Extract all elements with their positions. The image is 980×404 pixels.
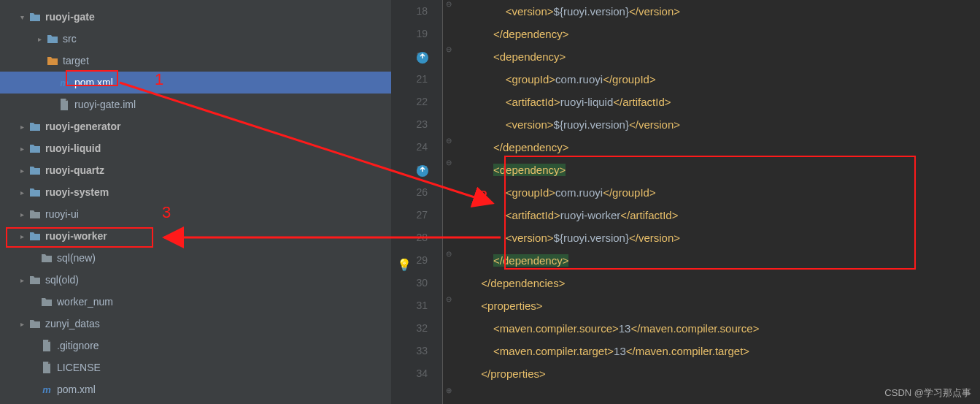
tree-item[interactable]: ▸ruoyi-worker (0, 225, 391, 247)
code-line[interactable]: </dependency> (457, 23, 980, 45)
fold-toggle-icon[interactable]: ⊖ (444, 45, 453, 53)
code-line[interactable]: </dependencies> (457, 272, 980, 294)
code-line[interactable]: <groupId>com.ruoyi</groupId> (457, 68, 980, 91)
tree-item-label: ruoyi-system (45, 186, 109, 198)
chevron-right-icon[interactable]: ▸ (16, 274, 28, 286)
code-line[interactable]: <artifactId>ruoyi-worker</artifactId> (457, 204, 980, 226)
tree-item-label: pom.xml (74, 77, 113, 88)
tree-item-label: .gitignore (57, 340, 99, 351)
chevron-down-icon[interactable]: ▾ (16, 11, 28, 23)
code-line[interactable]: <maven.compiler.target>13</maven.compile… (457, 340, 980, 362)
fold-toggle-icon[interactable]: ⊖ (444, 137, 453, 145)
code-editor: 181920212223242526272829💡3031323334 ⊖⊖⊖⊖… (391, 0, 980, 404)
folder-icon (29, 318, 41, 329)
tree-item[interactable]: ▸ruoyi-quartz (0, 159, 391, 181)
tree-item[interactable]: ruoyi-gate.iml (0, 94, 391, 115)
tree-item-label: LICENSE (57, 362, 101, 373)
code-line[interactable]: <maven.compiler.source>13</maven.compile… (457, 317, 980, 340)
code-line[interactable]: </dependency> (457, 136, 980, 159)
tree-item-label: zunyi_datas (45, 318, 100, 329)
fold-toggle-icon[interactable]: ⊖ (444, 159, 453, 167)
maven-icon: m (58, 77, 70, 88)
folder-icon (47, 33, 58, 45)
code-line[interactable]: </dependency> (457, 249, 980, 272)
tree-item[interactable]: .gitignore (0, 335, 391, 357)
fold-toggle-icon[interactable]: ⊖ (444, 250, 453, 258)
code-line[interactable]: <dependency> (457, 159, 980, 181)
tree-item-label: sql(new) (57, 252, 96, 264)
tree-item-label: pom.xml (57, 384, 96, 395)
tree-item-label: ruoyi-quartz (45, 164, 104, 176)
file-icon (41, 362, 53, 373)
project-tree[interactable]: ▾ruoyi-gate▸srctargetmpom.xmlruoyi-gate.… (0, 0, 391, 404)
tree-item-label: ruoyi-generator (45, 121, 120, 132)
chevron-right-icon[interactable]: ▸ (34, 33, 45, 45)
folder-icon (29, 11, 41, 23)
fold-column[interactable]: ⊖⊖⊖⊖⊖⊖⊕ (442, 0, 457, 404)
chevron-right-icon[interactable]: ▸ (16, 142, 28, 154)
code-line[interactable]: <properties> (457, 294, 980, 317)
code-line[interactable]: <dependency> (457, 45, 980, 68)
tree-item-label: src (63, 33, 77, 45)
folder-icon (29, 186, 41, 198)
tree-item[interactable]: ▸zunyi_datas (0, 313, 391, 335)
maven-icon: m (41, 384, 53, 395)
line-gutter: 181920212223242526272829💡3031323334 (391, 0, 442, 404)
chevron-right-icon[interactable]: ▸ (16, 208, 28, 220)
folder-icon (29, 274, 41, 286)
tree-item-label: ruoyi-ui (45, 208, 79, 220)
tree-item-label: target (63, 55, 89, 66)
file-icon (58, 99, 70, 110)
chevron-right-icon[interactable]: ▸ (16, 121, 28, 132)
code-line[interactable]: <version>${ruoyi.version}</version> (457, 113, 980, 136)
tree-item[interactable]: mpom.xml (0, 72, 391, 94)
folder-icon (41, 252, 53, 264)
chevron-right-icon[interactable]: ▸ (16, 164, 28, 176)
tree-item-label: ruoyi-worker (45, 230, 107, 242)
folder-icon (29, 142, 41, 154)
tree-item[interactable]: LICENSE (0, 357, 391, 378)
tree-item[interactable]: worker_num (0, 291, 391, 313)
code-area[interactable]: <version>${ruoyi.version}</version> </de… (457, 0, 980, 404)
code-line[interactable]: <artifactId>ruoyi-liquid</artifactId> (457, 91, 980, 113)
fold-toggle-icon[interactable]: ⊖ (444, 0, 453, 8)
tree-item-label: ruoyi-gate.iml (74, 99, 136, 110)
tree-item-label: sql(old) (45, 274, 79, 286)
file-icon (41, 340, 53, 351)
chevron-right-icon[interactable]: ▸ (16, 186, 28, 198)
tree-item[interactable]: ▾ruoyi-gate (0, 6, 391, 28)
tree-item[interactable]: ▸ruoyi-generator (0, 115, 391, 137)
folder-icon (41, 296, 53, 308)
tree-item[interactable]: mpom.xml (0, 378, 391, 400)
tree-item-label: worker_num (57, 296, 113, 308)
code-line[interactable]: <version>${ruoyi.version}</version> (457, 0, 980, 23)
folder-icon (29, 121, 41, 132)
fold-toggle-icon[interactable]: ⊕ (444, 386, 453, 395)
watermark: CSDN @学习那点事 (884, 386, 971, 400)
tree-item-label: ruoyi-gate (45, 11, 95, 23)
tree-item[interactable]: sql(new) (0, 247, 391, 269)
code-line[interactable]: </properties> (457, 362, 980, 385)
tree-item[interactable]: ▸ruoyi-liquid (0, 137, 391, 159)
code-line[interactable]: <groupId>com.ruoyi</groupId> (457, 181, 980, 204)
tree-item[interactable]: ▸src (0, 28, 391, 50)
tree-item[interactable]: target (0, 50, 391, 72)
fold-toggle-icon[interactable]: ⊖ (444, 295, 453, 303)
tree-item-label: ruoyi-liquid (45, 142, 101, 154)
folder-icon (29, 164, 41, 176)
folder-icon (29, 230, 41, 242)
tree-item[interactable]: ▸ruoyi-ui (0, 203, 391, 225)
chevron-right-icon[interactable]: ▸ (16, 318, 28, 329)
folder-icon (47, 55, 58, 66)
folder-icon (29, 208, 41, 220)
tree-item[interactable]: ▸ruoyi-system (0, 181, 391, 203)
code-line[interactable]: <version>${ruoyi.version}</version> (457, 226, 980, 249)
chevron-right-icon[interactable]: ▸ (16, 230, 28, 242)
tree-item[interactable]: ▸sql(old) (0, 269, 391, 291)
